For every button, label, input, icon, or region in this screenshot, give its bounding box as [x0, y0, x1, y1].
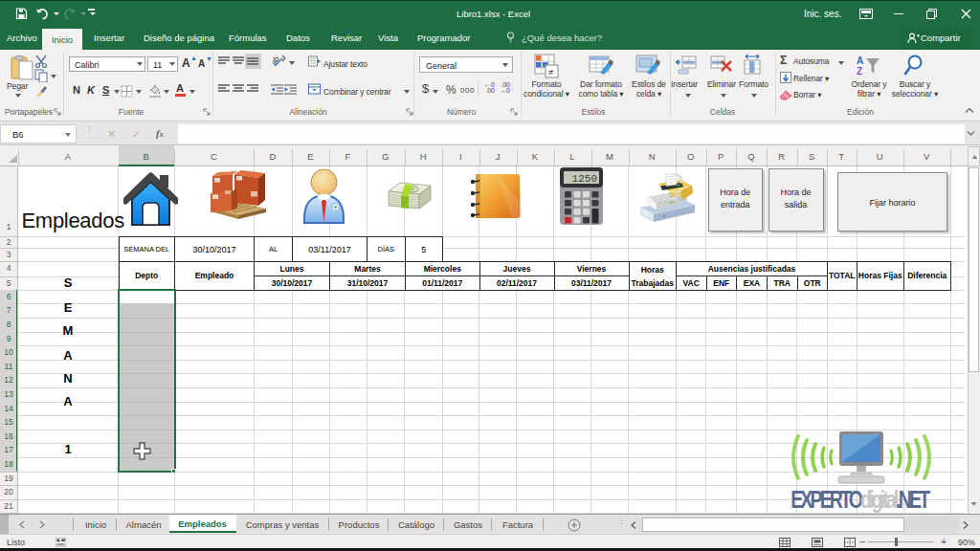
svg-text:A: A [857, 55, 863, 66]
svg-text:≠: ≠ [548, 67, 554, 77]
svg-text:ab: ab [273, 55, 281, 67]
svg-text:EXPERTOdigital.NET: EXPERTOdigital.NET [791, 487, 930, 514]
svg-text:Z: Z [857, 66, 862, 77]
svg-text:1250: 1250 [572, 173, 597, 185]
